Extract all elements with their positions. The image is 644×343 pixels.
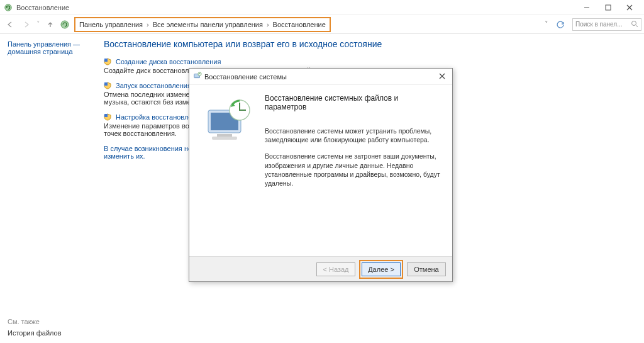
location-icon <box>59 19 70 30</box>
svg-line-7 <box>636 25 638 27</box>
search-icon <box>631 20 638 29</box>
breadcrumb-leaf[interactable]: Восстановление <box>273 21 326 28</box>
shield-icon <box>104 58 111 65</box>
see-also-label: См. также <box>8 318 62 325</box>
dialog-titlebar: Восстановление системы <box>189 69 452 85</box>
navbar: ˅ Панель управления › Все элементы панел… <box>0 15 644 34</box>
create-recovery-drive-link[interactable]: Создание диска восстановления <box>116 58 221 65</box>
page-title: Восстановление компьютера или возврат ег… <box>104 39 631 49</box>
dialog-footer: < Назад Далее > Отмена <box>189 256 452 281</box>
dialog-title: Восстановление системы <box>204 73 287 81</box>
svg-rect-8 <box>104 59 108 62</box>
breadcrumb[interactable]: Панель управления › Все элементы панели … <box>74 17 331 32</box>
forward-button[interactable] <box>19 17 34 32</box>
back-button: < Назад <box>316 262 355 276</box>
back-button[interactable] <box>3 17 18 32</box>
highlight-next: Далее > <box>359 260 403 279</box>
svg-rect-10 <box>104 114 108 117</box>
dialog-image <box>202 94 265 251</box>
svg-rect-18 <box>212 137 237 140</box>
shield-icon <box>104 113 111 121</box>
window-titlebar: Восстановление <box>0 0 644 15</box>
file-history-link[interactable]: История файлов <box>8 329 62 337</box>
dialog-heading: Восстановление системных файлов и параме… <box>265 94 441 111</box>
change-link[interactable]: изменить их. <box>104 152 145 160</box>
svg-point-6 <box>632 21 636 25</box>
svg-rect-9 <box>104 82 108 86</box>
history-dropdown-icon[interactable]: ˅ <box>36 20 40 28</box>
shield-icon <box>104 82 111 89</box>
dialog-close-button[interactable] <box>436 73 448 81</box>
cancel-button[interactable]: Отмена <box>407 262 446 276</box>
svg-point-5 <box>61 21 69 28</box>
chevron-right-icon: › <box>267 21 269 28</box>
svg-rect-2 <box>606 5 611 10</box>
search-placeholder: Поиск в панел... <box>575 21 622 28</box>
dialog-p1: Восстановление системы может устранить п… <box>265 127 441 144</box>
refresh-button[interactable] <box>553 18 567 31</box>
app-icon <box>4 3 13 12</box>
close-button[interactable] <box>619 1 640 14</box>
up-button[interactable] <box>43 17 58 32</box>
sidebar: Панель управления —домашняя страница См.… <box>0 34 104 343</box>
maximize-button[interactable] <box>597 1 619 14</box>
breadcrumb-root[interactable]: Панель управления <box>79 21 143 28</box>
next-button[interactable]: Далее > <box>362 262 401 276</box>
search-input[interactable]: Поиск в панел... <box>572 18 641 31</box>
minimize-button[interactable] <box>576 1 597 14</box>
breadcrumb-mid[interactable]: Все элементы панели управления <box>153 21 263 28</box>
sidebar-home-link[interactable]: Панель управления —домашняя страница <box>8 40 96 55</box>
svg-rect-17 <box>217 134 232 137</box>
chevron-right-icon: › <box>147 21 149 28</box>
address-dropdown-icon[interactable]: ˅ <box>545 20 548 28</box>
dialog-p2: Восстановление системы не затронет ваши … <box>265 152 441 188</box>
window-title: Восстановление <box>16 4 69 11</box>
svg-point-0 <box>5 4 12 11</box>
system-restore-dialog: Восстановление системы Восстановление си… <box>189 68 453 282</box>
dialog-icon <box>193 72 202 82</box>
